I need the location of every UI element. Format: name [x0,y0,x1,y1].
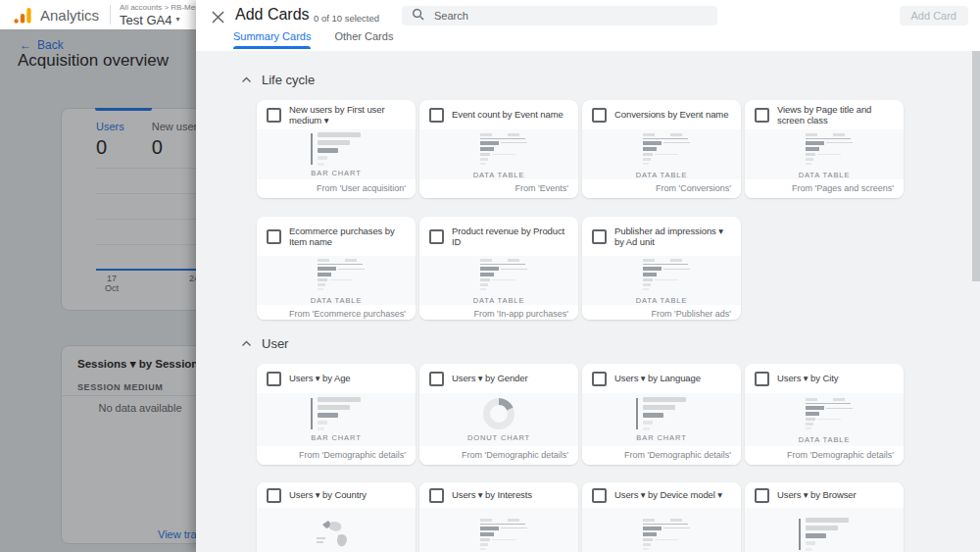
card-checkbox[interactable] [755,372,769,386]
card-thumbnail: BAR CHART [257,393,416,446]
section-header-life-cycle[interactable]: Life cycle [196,51,980,87]
card-source: From 'Conversions' [582,179,741,198]
card-checkbox[interactable] [755,488,769,503]
card-source: From 'In-app purchases' [419,305,578,320]
card-thumbnail: DATA TABLE [419,129,578,179]
card-checkbox[interactable] [592,229,607,244]
card-source: From 'Demographic details' [582,446,741,465]
panel-title: Add Cards [235,6,310,24]
card-users-by-gender[interactable]: Users ▾ by Gender DONUT CHART From 'Demo… [419,364,578,465]
card-users-by-device-model[interactable]: Users ▾ by Device model ▾ [582,482,741,552]
add-cards-panel: Add Cards 0 of 10 selected Add Card Summ… [196,0,980,552]
chart-type-label: DONUT CHART [467,433,530,442]
chart-type-label: DATA TABLE [799,171,851,179]
card-users-by-browser[interactable]: Users ▾ by Browser [745,482,904,552]
card-users-by-age[interactable]: Users ▾ by Age BAR CHART From 'Demograph… [257,364,416,465]
card-checkbox[interactable] [429,108,444,123]
card-checkbox[interactable] [267,108,281,123]
card-title: New users by First user medium ▾ [289,104,408,126]
card-source: From 'Events' [419,179,578,198]
card-thumbnail: DONUT CHART [419,393,578,446]
card-users-by-city[interactable]: Users ▾ by City DATA TABLE From 'Demogra… [745,364,904,465]
section-header-user[interactable]: User [196,336,980,351]
card-checkbox[interactable] [267,488,281,503]
card-thumbnail: DATA TABLE [257,256,416,305]
card-product-revenue-by-product-id[interactable]: Product revenue by Product ID DATA TABLE… [419,217,578,320]
card-title: Views by Page title and screen class [777,104,896,126]
card-checkbox[interactable] [429,229,444,244]
data-table-icon [633,130,690,168]
scrollbar[interactable] [972,51,980,281]
card-title: Product revenue by Product ID [452,226,570,248]
chart-type-label: BAR CHART [636,433,686,442]
panel-header: Add Cards 0 of 10 selected Add Card Summ… [196,0,980,51]
card-thumbnail: BAR CHART [582,393,741,446]
card-users-by-language[interactable]: Users ▾ by Language BAR CHART From 'Demo… [582,364,741,465]
card-checkbox[interactable] [429,372,444,386]
card-source: From 'User acquisition' [257,179,416,198]
data-table-icon [470,130,527,168]
card-views-by-page-title-and-screen-class[interactable]: Views by Page title and screen class DAT… [745,100,904,198]
modal-scrim[interactable] [0,29,196,552]
card-ecommerce-purchases-by-item-name[interactable]: Ecommerce purchases by Item name DATA TA… [257,217,416,320]
card-event-count-by-event-name[interactable]: Event count by Event name DATA TABLE Fro… [419,100,578,198]
card-thumbnail [745,508,904,552]
card-thumbnail: DATA TABLE [582,129,741,179]
tab-summary-cards[interactable]: Summary Cards [233,30,311,49]
panel-content: Life cycle New users by First user mediu… [196,51,980,552]
bar-chart-icon [797,518,852,551]
card-source: From 'Publisher ads' [582,305,741,320]
card-checkbox[interactable] [267,372,281,386]
search-field[interactable] [432,9,708,23]
data-table-icon [470,516,527,552]
chart-type-label: BAR CHART [311,433,361,442]
chart-type-label: DATA TABLE [636,171,688,179]
card-thumbnail: DATA TABLE [419,256,578,305]
card-title: Users ▾ by City [777,373,838,384]
data-table-icon [308,256,365,293]
close-icon[interactable] [210,9,225,25]
card-title: Users ▾ by Country [289,489,367,501]
card-title: Publisher ad impressions ▾ by Ad unit [614,226,733,248]
section-title: User [262,336,288,351]
chevron-down-icon: ▾ [176,16,180,24]
header-divider [110,5,111,25]
card-title: Ecommerce purchases by Item name [289,226,408,248]
app-name: Analytics [40,7,99,24]
card-source: From 'Pages and screens' [745,179,904,198]
card-users-by-interests[interactable]: Users ▾ by Interests [419,482,578,552]
data-table-icon [796,130,853,168]
card-publisher-ad-impressions-by-ad-unit[interactable]: Publisher ad impressions ▾ by Ad unit DA… [582,217,741,320]
card-title: Event count by Event name [452,109,564,121]
card-checkbox[interactable] [429,488,444,503]
card-checkbox[interactable] [592,372,607,386]
card-new-users-by-first-user-medium[interactable]: New users by First user medium ▾ BAR CHA… [257,100,416,198]
bar-chart-icon [634,397,689,430]
chart-type-label: DATA TABLE [473,296,525,305]
card-title: Users ▾ by Gender [452,373,528,384]
card-checkbox[interactable] [592,108,607,123]
card-title: Users ▾ by Device model ▾ [614,489,722,501]
card-users-by-country[interactable]: Users ▾ by Country [257,482,416,552]
property-name: Test GA4 [120,14,172,26]
panel-tabs: Summary Cards Other Cards [233,30,393,49]
card-checkbox[interactable] [755,108,769,123]
card-source: From 'Demographic details' [257,446,416,465]
card-checkbox[interactable] [592,488,607,503]
search-input[interactable] [402,6,717,25]
card-thumbnail: DATA TABLE [582,256,741,305]
chart-type-label: BAR CHART [311,169,361,177]
card-title: Users ▾ by Interests [452,489,532,501]
add-card-button[interactable]: Add Card [900,6,968,25]
chart-type-label: DATA TABLE [473,171,525,179]
search-icon [412,7,424,25]
section-title: Life cycle [262,73,315,87]
analytics-logo-icon [14,6,32,25]
card-checkbox[interactable] [267,229,281,244]
card-thumbnail: DATA TABLE [745,393,904,446]
data-table-icon [633,256,690,293]
tab-other-cards[interactable]: Other Cards [334,30,393,49]
card-thumbnail: DATA TABLE [745,129,904,179]
card-conversions-by-event-name[interactable]: Conversions by Event name DATA TABLE Fro… [582,100,741,198]
chart-type-label: DATA TABLE [311,296,363,305]
